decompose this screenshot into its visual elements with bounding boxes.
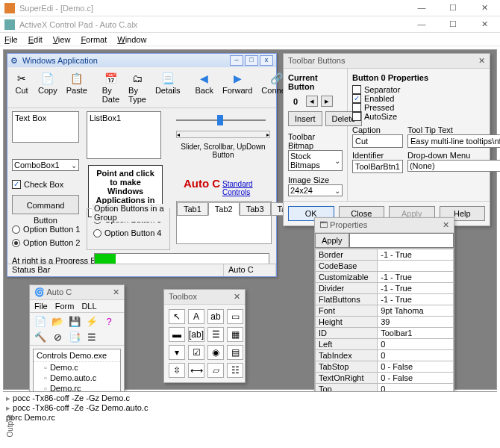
prop-value[interactable]: -1 - True — [378, 249, 454, 261]
close-icon[interactable]: ✕ — [113, 287, 119, 297]
apply-button[interactable]: Apply — [315, 233, 349, 248]
checkbox[interactable]: ✓Check Box — [12, 180, 63, 189]
chk-pressed[interactable]: Pressed — [352, 103, 500, 112]
prop-name[interactable]: TabStop — [316, 361, 378, 373]
property-value-input[interactable] — [349, 233, 454, 248]
prop-name[interactable]: Divider — [316, 283, 378, 294]
run-icon[interactable]: ⚡ — [84, 314, 99, 328]
progress-icon[interactable]: ▱ — [207, 363, 224, 378]
prop-name[interactable]: Font — [316, 305, 378, 317]
prop-name[interactable]: Customizable — [316, 272, 378, 283]
prop-name[interactable]: Height — [316, 317, 378, 328]
tree-root[interactable]: Controls Demo.exe — [34, 349, 120, 362]
prop-name[interactable]: ID — [316, 328, 378, 339]
dropdown-combo[interactable]: (None) — [407, 160, 500, 172]
file-item[interactable]: Demo.c — [34, 362, 120, 373]
maximize-icon[interactable]: □ — [245, 55, 258, 66]
button-icon[interactable]: ▬ — [169, 327, 185, 342]
tab2[interactable]: Tab2 — [208, 202, 240, 216]
tb-bytype[interactable]: 🗂By Type — [125, 69, 150, 105]
prop-name[interactable]: FlatButtons — [316, 294, 378, 305]
close-icon[interactable]: ✕ — [473, 19, 496, 29]
tab3[interactable]: Tab3 — [240, 202, 271, 216]
combobox[interactable]: ComboBox1 — [12, 159, 79, 171]
menu-format[interactable]: Format — [81, 35, 107, 44]
chk-separator[interactable]: Separator — [352, 85, 500, 94]
minimize-icon[interactable]: — — [410, 3, 433, 13]
tree-icon[interactable]: ☷ — [227, 363, 243, 378]
prop-value[interactable]: 0 - False — [378, 361, 454, 373]
close-icon[interactable]: ✕ — [443, 220, 449, 230]
combo-icon[interactable]: ▾ — [169, 345, 185, 360]
tab-icon[interactable]: ▤ — [227, 345, 243, 360]
caption-input[interactable]: Cut — [352, 134, 403, 148]
option2[interactable]: Option Button 2 — [12, 238, 80, 247]
chk-autosize[interactable]: AutoSize — [352, 112, 500, 121]
slider[interactable] — [176, 113, 266, 128]
prop-name[interactable]: TabIndex — [316, 350, 378, 361]
prop-name[interactable]: Left — [316, 339, 378, 350]
prev-button[interactable]: ◂ — [306, 96, 318, 107]
frame-icon[interactable]: ▭ — [227, 309, 243, 324]
minimize-icon[interactable]: — — [410, 19, 433, 29]
tooltip-input[interactable]: Easy multi-line tooltips\nfor toolbar bu… — [407, 134, 500, 148]
prop-value[interactable]: Toolbar1 — [378, 328, 454, 339]
save-icon[interactable]: 💾 — [67, 314, 82, 328]
edit-icon[interactable]: [ab] — [188, 327, 204, 342]
help-icon[interactable]: ? — [101, 314, 116, 328]
prop-value[interactable]: -1 - True — [378, 294, 454, 305]
copy-icon[interactable]: 📑 — [67, 330, 82, 343]
identifier-input[interactable]: ToolBarBtn1 — [352, 160, 403, 173]
props-icon[interactable]: ☰ — [84, 330, 99, 343]
textbox-icon[interactable]: ab — [207, 309, 224, 324]
scrollbar[interactable]: ◂▸ — [176, 131, 270, 138]
insert-button[interactable]: Insert — [288, 111, 322, 126]
listbox[interactable]: ListBox1 — [87, 111, 161, 159]
tb-back[interactable]: ◀Back — [192, 69, 217, 105]
list-icon[interactable]: ☰ — [207, 327, 224, 342]
close-icon[interactable]: ✕ — [478, 56, 485, 66]
prop-value[interactable] — [378, 261, 454, 272]
grid-icon[interactable]: ▦ — [227, 327, 243, 342]
option4[interactable]: Option Button 4 — [93, 228, 163, 237]
tb-copy[interactable]: 📄Copy — [34, 69, 61, 105]
menu-edit[interactable]: Edit — [28, 35, 43, 44]
prop-value[interactable]: 39 — [378, 317, 454, 328]
menu-dll[interactable]: DLL — [81, 302, 96, 311]
maximize-icon[interactable]: ☐ — [442, 19, 464, 29]
prop-name[interactable]: TextOnRight — [316, 373, 378, 384]
close-icon[interactable]: ✕ — [473, 3, 496, 13]
close-icon[interactable]: x — [260, 55, 273, 66]
prop-name[interactable]: CodeBase — [316, 261, 378, 272]
spin-icon[interactable]: ⇳ — [169, 363, 185, 378]
menu-form[interactable]: Form — [55, 302, 75, 311]
std-controls-link[interactable]: Standard Controls — [222, 180, 276, 196]
chk-enabled[interactable]: ✓Enabled — [352, 94, 500, 103]
tb-forward[interactable]: ▶Forward — [219, 69, 256, 105]
next-button[interactable]: ▸ — [321, 96, 333, 107]
file-item[interactable]: Demo.auto.c — [34, 373, 120, 383]
command-button[interactable]: Command Button — [12, 195, 79, 214]
close-icon[interactable]: ✕ — [234, 292, 240, 302]
prop-value[interactable]: 0 — [378, 350, 454, 361]
prop-value[interactable]: 0 — [378, 339, 454, 350]
minimize-icon[interactable]: – — [230, 55, 243, 66]
menu-file[interactable]: File — [34, 302, 48, 311]
prop-value[interactable]: -1 - True — [378, 272, 454, 283]
menu-file[interactable]: File — [4, 35, 18, 44]
imgsize-combo[interactable]: 24x24 — [288, 184, 343, 196]
tb-details[interactable]: 📃Details — [151, 69, 184, 105]
build-icon[interactable]: 🔨 — [33, 330, 48, 343]
open-icon[interactable]: 📂 — [50, 314, 65, 328]
bitmap-combo[interactable]: Stock Bitmaps — [288, 150, 343, 171]
pointer-icon[interactable]: ↖ — [169, 309, 185, 324]
tb-bydate[interactable]: 📅By Date — [99, 69, 123, 105]
prop-name[interactable]: Border — [316, 249, 378, 261]
prop-value[interactable]: 0 - False — [378, 373, 454, 384]
textbox[interactable]: Text Box — [12, 111, 79, 143]
tb-cut[interactable]: ✂Cut — [10, 69, 33, 105]
menu-view[interactable]: View — [53, 35, 71, 44]
option1[interactable]: Option Button 1 — [12, 225, 80, 234]
radio-icon[interactable]: ◉ — [207, 345, 224, 360]
stop-icon[interactable]: ⊘ — [50, 330, 65, 343]
